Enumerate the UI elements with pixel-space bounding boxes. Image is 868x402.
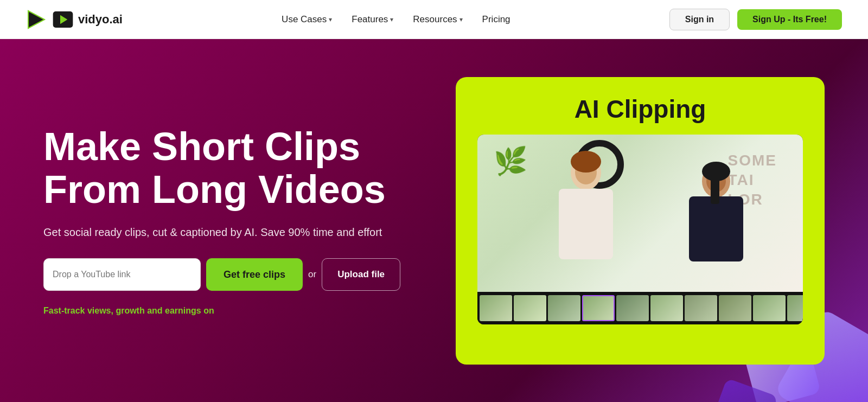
ai-card-video: 🌿 SOMETAILOR bbox=[477, 135, 803, 324]
use-cases-label: Use Cases bbox=[282, 14, 327, 25]
nav-use-cases[interactable]: Use Cases ▾ bbox=[282, 14, 332, 25]
film-thumb[interactable] bbox=[548, 295, 580, 321]
hero-input-row: Get free clips or Upload file bbox=[43, 258, 423, 291]
filmstrip bbox=[477, 292, 803, 324]
film-thumb[interactable] bbox=[514, 295, 546, 321]
film-thumb[interactable] bbox=[650, 295, 683, 321]
hero-title-line1: Make Short Clips bbox=[43, 125, 360, 168]
signup-button[interactable]: Sign Up - Its Free! bbox=[737, 9, 842, 30]
person-right bbox=[678, 162, 754, 292]
plant-decoration: 🌿 bbox=[494, 145, 527, 177]
svg-rect-13 bbox=[711, 171, 719, 204]
chevron-down-icon: ▾ bbox=[390, 16, 393, 23]
nav-resources[interactable]: Resources ▾ bbox=[413, 14, 462, 25]
nav-right: Sign in Sign Up - Its Free! bbox=[669, 9, 842, 30]
or-divider: or bbox=[308, 269, 316, 280]
youtube-link-input[interactable] bbox=[53, 270, 192, 279]
film-thumb[interactable] bbox=[616, 295, 649, 321]
ai-clipping-card: AI Clipping 🌿 SOMETAILOR bbox=[456, 77, 825, 365]
svg-rect-10 bbox=[689, 196, 743, 261]
film-thumb[interactable] bbox=[685, 295, 717, 321]
nav-pricing[interactable]: Pricing bbox=[482, 14, 510, 25]
chevron-down-icon: ▾ bbox=[459, 16, 463, 23]
fast-track-text: Fast-track views, growth and earnings on bbox=[43, 306, 423, 316]
nav-center: Use Cases ▾ Features ▾ Resources ▾ Prici… bbox=[282, 14, 510, 25]
svg-rect-6 bbox=[559, 189, 613, 259]
get-free-clips-button[interactable]: Get free clips bbox=[206, 258, 303, 291]
pricing-label: Pricing bbox=[482, 14, 510, 24]
ai-card-title: AI Clipping bbox=[575, 94, 706, 124]
svg-point-8 bbox=[571, 151, 601, 173]
upload-file-button[interactable]: Upload file bbox=[322, 258, 400, 291]
film-thumb-active[interactable] bbox=[582, 295, 615, 321]
person-left bbox=[542, 151, 629, 292]
film-thumb[interactable] bbox=[753, 295, 786, 321]
hero-right: AI Clipping 🌿 SOMETAILOR bbox=[456, 77, 825, 365]
resources-label: Resources bbox=[413, 14, 457, 25]
hero-left: Make Short Clips From Long Videos Get so… bbox=[43, 125, 456, 316]
youtube-input-wrapper bbox=[43, 258, 201, 291]
logo-text: vidyo.ai bbox=[78, 12, 123, 27]
chevron-down-icon: ▾ bbox=[329, 16, 332, 23]
hero-section: Make Short Clips From Long Videos Get so… bbox=[0, 39, 868, 402]
hero-title: Make Short Clips From Long Videos bbox=[43, 125, 423, 211]
film-thumb[interactable] bbox=[480, 295, 512, 321]
film-thumb[interactable] bbox=[719, 295, 751, 321]
features-label: Features bbox=[352, 14, 388, 25]
logo[interactable]: vidyo.ai bbox=[26, 9, 123, 30]
nav-features[interactable]: Features ▾ bbox=[352, 14, 393, 25]
navbar: vidyo.ai Use Cases ▾ Features ▾ Resource… bbox=[0, 0, 868, 39]
hero-subtitle: Get social ready clips, cut & captioned … bbox=[43, 226, 423, 239]
video-main: 🌿 SOMETAILOR bbox=[477, 135, 803, 292]
film-thumb[interactable] bbox=[787, 295, 803, 321]
hero-title-line2: From Long Videos bbox=[43, 168, 386, 211]
signin-button[interactable]: Sign in bbox=[669, 9, 730, 30]
brand-name: vidyo.ai bbox=[78, 12, 123, 26]
logo-icon bbox=[26, 9, 48, 30]
vidyo-logo-icon bbox=[52, 9, 74, 30]
